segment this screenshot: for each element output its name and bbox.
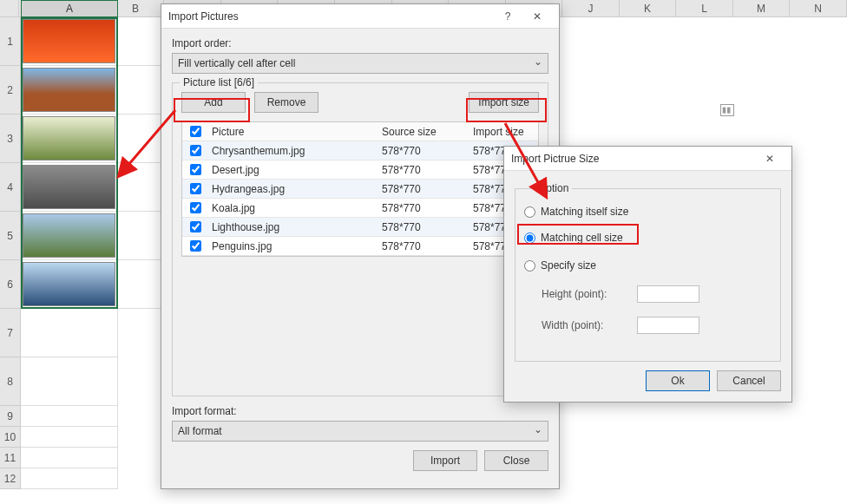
- source-size: 578*770: [382, 145, 473, 157]
- table-row[interactable]: Lighthouse.jpg578*770578*770: [182, 218, 538, 237]
- row-checkbox[interactable]: [190, 183, 201, 194]
- radio-matching-cell[interactable]: [524, 232, 535, 244]
- thumbnail-image[interactable]: [23, 165, 115, 209]
- radio-label: Matching itself size: [541, 206, 628, 218]
- row-checkbox[interactable]: [190, 221, 201, 232]
- source-size: 578*770: [382, 164, 473, 176]
- cell[interactable]: [21, 427, 118, 448]
- import-format-dropdown[interactable]: All format: [172, 421, 548, 442]
- radio-matching-itself[interactable]: [524, 206, 535, 218]
- col-header[interactable]: N: [790, 0, 847, 16]
- cell[interactable]: [21, 406, 118, 427]
- cell[interactable]: [21, 357, 118, 406]
- cell[interactable]: [21, 448, 118, 468]
- height-label: Height (point):: [542, 288, 628, 300]
- close-button[interactable]: Close: [484, 450, 548, 471]
- row-header[interactable]: 5: [0, 212, 21, 260]
- col-header[interactable]: M: [733, 0, 791, 16]
- source-size: 578*770: [382, 202, 473, 214]
- picture-table: Picture Source size Import size Chrysant…: [181, 121, 539, 257]
- remove-button[interactable]: Remove: [254, 92, 318, 113]
- row-header[interactable]: 2: [0, 66, 21, 115]
- row-checkbox[interactable]: [190, 202, 201, 213]
- row-checkbox[interactable]: [190, 240, 201, 252]
- svg-rect-0: [723, 108, 726, 114]
- table-row[interactable]: Koala.jpg578*770578*770: [182, 199, 538, 218]
- add-button[interactable]: Add: [181, 92, 246, 113]
- thumbnail-image[interactable]: [23, 262, 115, 306]
- dialog-titlebar[interactable]: Import Pictures ? ✕: [161, 4, 559, 29]
- row-header[interactable]: 6: [0, 260, 21, 309]
- col-source-size[interactable]: Source size: [382, 126, 473, 138]
- annotation-arrow-left: [121, 108, 182, 180]
- import-order-dropdown[interactable]: Fill vertically cell after cell: [172, 53, 548, 74]
- row-header[interactable]: 7: [0, 309, 21, 357]
- table-row[interactable]: Penguins.jpg578*770578*770: [182, 237, 538, 256]
- row-header[interactable]: 4: [0, 163, 21, 212]
- row-header[interactable]: 3: [0, 115, 21, 163]
- source-size: 578*770: [382, 240, 473, 252]
- help-button[interactable]: ?: [493, 7, 522, 26]
- svg-rect-1: [727, 108, 731, 114]
- row-header[interactable]: 8: [0, 357, 21, 406]
- picture-name: Desert.jpg: [208, 164, 382, 176]
- row-header[interactable]: 11: [0, 448, 21, 468]
- import-button[interactable]: Import: [413, 450, 477, 471]
- width-label: Width (point):: [542, 319, 628, 331]
- row-header[interactable]: 1: [0, 17, 21, 66]
- import-size-button[interactable]: Import size: [469, 92, 539, 113]
- picture-name: Hydrangeas.jpg: [208, 183, 382, 195]
- annotation-arrow-right: [500, 121, 561, 198]
- radio-label: Matching cell size: [541, 232, 623, 244]
- radio-label: Specify size: [541, 259, 596, 272]
- import-pictures-dialog: Import Pictures ? ✕ Import order: Fill v…: [161, 3, 560, 489]
- import-format-value: All format: [178, 425, 222, 437]
- col-header[interactable]: L: [676, 0, 733, 16]
- thumbnail-image[interactable]: [23, 116, 115, 160]
- row-header[interactable]: 12: [0, 468, 21, 489]
- col-header-a[interactable]: A: [21, 0, 118, 17]
- select-all-checkbox[interactable]: [190, 126, 201, 137]
- import-format-label: Import format:: [172, 405, 548, 417]
- picture-name: Penguins.jpg: [208, 240, 382, 252]
- col-picture[interactable]: Picture: [208, 126, 382, 138]
- table-row[interactable]: Desert.jpg578*770578*770: [182, 160, 538, 180]
- table-row[interactable]: Hydrangeas.jpg578*770578*770: [182, 180, 538, 199]
- table-row[interactable]: Chrysanthemum.jpg578*770578*770: [182, 141, 538, 160]
- col-header[interactable]: K: [620, 0, 677, 16]
- import-order-value: Fill vertically cell after cell: [178, 57, 295, 69]
- svg-line-3: [128, 110, 175, 165]
- source-size: 578*770: [382, 221, 473, 233]
- picture-name: Lighthouse.jpg: [208, 221, 382, 233]
- col-header[interactable]: J: [562, 0, 620, 16]
- cancel-button[interactable]: Cancel: [717, 370, 781, 391]
- close-icon[interactable]: ✕: [755, 149, 785, 168]
- corner-cell[interactable]: [0, 0, 19, 16]
- row-header[interactable]: 9: [0, 406, 21, 427]
- cell[interactable]: [21, 468, 118, 489]
- ok-button[interactable]: Ok: [646, 370, 710, 391]
- import-order-label: Import order:: [172, 37, 548, 49]
- row-checkbox[interactable]: [190, 164, 201, 175]
- height-input[interactable]: [637, 285, 699, 303]
- row-checkbox[interactable]: [190, 145, 201, 156]
- radio-specify-size[interactable]: [524, 260, 535, 272]
- quick-analysis-icon[interactable]: [720, 104, 734, 116]
- row-header[interactable]: 10: [0, 427, 21, 448]
- thumbnail-image[interactable]: [23, 19, 115, 63]
- source-size: 578*770: [382, 183, 473, 195]
- picture-name: Chrysanthemum.jpg: [208, 145, 382, 157]
- dialog-title: Import Pictures: [168, 10, 493, 23]
- thumbnail-image[interactable]: [23, 213, 115, 258]
- picture-list-legend: Picture list [6/6]: [180, 76, 258, 88]
- picture-name: Koala.jpg: [208, 202, 382, 214]
- svg-line-5: [505, 123, 539, 184]
- close-icon[interactable]: ✕: [522, 7, 552, 26]
- width-input[interactable]: [637, 317, 699, 334]
- thumbnail-image[interactable]: [23, 68, 115, 112]
- cell[interactable]: [21, 309, 118, 357]
